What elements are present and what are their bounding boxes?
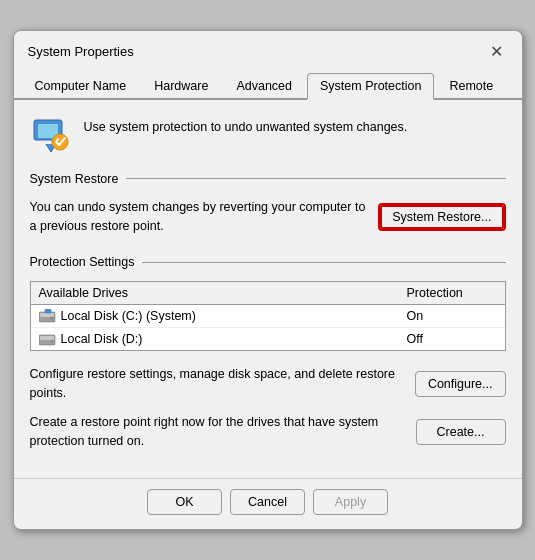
table-row: Local Disk (D:) Off bbox=[31, 328, 505, 350]
divider-line-2 bbox=[142, 262, 505, 263]
configure-description: Configure restore settings, manage disk … bbox=[30, 365, 403, 403]
col-header-protection: Protection bbox=[407, 286, 497, 300]
svg-point-9 bbox=[50, 340, 53, 343]
tab-system-protection[interactable]: System Protection bbox=[307, 73, 434, 100]
svg-point-2 bbox=[52, 134, 68, 150]
create-description: Create a restore point right now for the… bbox=[30, 413, 404, 451]
tab-computer-name[interactable]: Computer Name bbox=[22, 73, 140, 98]
system-restore-section: You can undo system changes by reverting… bbox=[30, 198, 506, 236]
tab-hardware[interactable]: Hardware bbox=[141, 73, 221, 98]
drive-protection-c: On bbox=[407, 309, 497, 323]
footer: OK Cancel Apply bbox=[14, 478, 522, 529]
title-bar: System Properties ✕ bbox=[14, 31, 522, 63]
header-section: Use system protection to undo unwanted s… bbox=[30, 114, 506, 156]
configure-button[interactable]: Configure... bbox=[415, 371, 506, 397]
close-button[interactable]: ✕ bbox=[486, 41, 508, 63]
ok-button[interactable]: OK bbox=[147, 489, 222, 515]
system-properties-window: System Properties ✕ Computer Name Hardwa… bbox=[13, 30, 523, 531]
cancel-button[interactable]: Cancel bbox=[230, 489, 305, 515]
protection-settings-section: Protection Settings Available Drives Pro… bbox=[30, 255, 506, 351]
system-restore-divider: System Restore bbox=[30, 172, 506, 186]
apply-button[interactable]: Apply bbox=[313, 489, 388, 515]
drives-table-header: Available Drives Protection bbox=[31, 282, 505, 305]
system-restore-button[interactable]: System Restore... bbox=[378, 203, 505, 231]
system-drive-icon bbox=[39, 309, 57, 323]
drives-table: Available Drives Protection Local Disk (… bbox=[30, 281, 506, 351]
protection-settings-label: Protection Settings bbox=[30, 255, 135, 269]
content-area: Use system protection to undo unwanted s… bbox=[14, 100, 522, 475]
svg-rect-8 bbox=[40, 336, 54, 340]
header-description: Use system protection to undo unwanted s… bbox=[84, 114, 408, 137]
divider-line-1 bbox=[126, 178, 505, 179]
local-drive-icon bbox=[39, 332, 57, 346]
window-title: System Properties bbox=[28, 44, 134, 59]
col-header-drive: Available Drives bbox=[39, 286, 407, 300]
svg-rect-4 bbox=[40, 313, 54, 317]
drive-protection-d: Off bbox=[407, 332, 497, 346]
restore-description: You can undo system changes by reverting… bbox=[30, 198, 367, 236]
create-button[interactable]: Create... bbox=[416, 419, 506, 445]
svg-point-5 bbox=[50, 317, 53, 320]
drive-name-d: Local Disk (D:) bbox=[39, 332, 407, 346]
tab-remote[interactable]: Remote bbox=[436, 73, 506, 98]
table-row: Local Disk (C:) (System) On bbox=[31, 305, 505, 328]
configure-section: Configure restore settings, manage disk … bbox=[30, 365, 506, 450]
drive-name-c: Local Disk (C:) (System) bbox=[39, 309, 407, 323]
protection-settings-divider: Protection Settings bbox=[30, 255, 506, 269]
tab-bar: Computer Name Hardware Advanced System P… bbox=[14, 67, 522, 100]
tab-advanced[interactable]: Advanced bbox=[223, 73, 305, 98]
configure-row: Configure restore settings, manage disk … bbox=[30, 365, 506, 403]
svg-rect-6 bbox=[45, 309, 51, 313]
system-restore-label: System Restore bbox=[30, 172, 119, 186]
system-protection-icon bbox=[30, 114, 72, 156]
create-row: Create a restore point right now for the… bbox=[30, 413, 506, 451]
